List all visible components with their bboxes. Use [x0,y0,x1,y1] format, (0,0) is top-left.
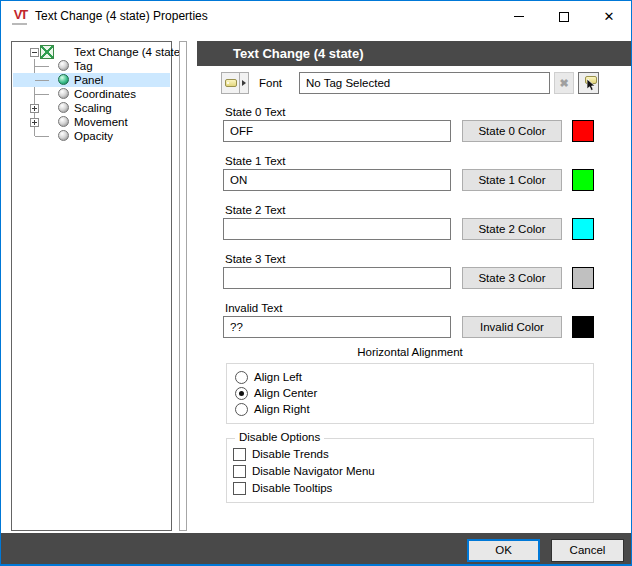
state-3-color-button[interactable]: State 3 Color [462,267,562,289]
tree-item-label: Scaling [74,101,112,115]
tree-item-label: Tag [74,59,93,73]
coordinates-node-icon [58,88,69,99]
tree-item-label: Coordinates [74,87,136,101]
expand-toggle-icon[interactable] [30,118,39,127]
panel-header: Text Change (4 state) [197,41,631,66]
disable-options-title: Disable Options [235,431,324,443]
disable-trends-option[interactable]: Disable Trends [233,447,329,462]
clear-tag-button[interactable]: ✖ [554,72,574,94]
align-center-option[interactable]: Align Center [235,386,317,401]
text-change-node-icon [40,45,54,59]
horizontal-alignment-title: Horizontal Alignment [226,346,594,358]
property-tree: Text Change (4 state) Tag Panel Coordina… [11,41,172,531]
movement-node-icon [58,116,69,127]
tree-item-label: Movement [74,115,128,129]
state-3-color-swatch [572,267,594,289]
state-1-color-button[interactable]: State 1 Color [462,169,562,191]
expand-toggle-icon[interactable] [30,104,39,113]
tree-item-coordinates[interactable]: Coordinates [13,87,170,101]
align-left-label[interactable]: Align Left [254,370,302,385]
tree-stub-line [35,80,49,81]
checkbox-icon[interactable] [233,482,246,495]
checkbox-icon[interactable] [233,465,246,478]
state-0-color-swatch [572,120,594,142]
disable-navigator-menu-label[interactable]: Disable Navigator Menu [252,464,375,479]
disable-tooltips-label[interactable]: Disable Tooltips [252,481,332,496]
collapse-toggle-icon[interactable] [30,48,39,57]
title-bar[interactable]: VT Text Change (4 state) Properties ✕ [1,1,631,32]
tree-stub-line [35,136,49,137]
invalid-text-label: Invalid Text [225,301,282,315]
splitter-handle[interactable] [179,41,187,531]
maximize-button[interactable] [541,1,586,32]
tree-item-label: Panel [74,73,103,87]
tag-picker-button[interactable] [578,72,599,94]
tree-root-text-change[interactable]: Text Change (4 state) [13,45,170,59]
state-1-text-input[interactable] [223,169,451,191]
close-button[interactable]: ✕ [586,1,632,32]
font-tag-input[interactable] [299,72,550,94]
state-1-text-label: State 1 Text [225,154,286,168]
align-right-option[interactable]: Align Right [235,402,310,417]
font-tag-split-button[interactable] [221,72,249,94]
align-left-option[interactable]: Align Left [235,370,302,385]
scaling-node-icon [58,102,69,113]
align-right-label[interactable]: Align Right [254,402,310,417]
state-2-color-swatch [572,218,594,240]
tree-root-label: Text Change (4 state) [74,45,184,59]
window-title: Text Change (4 state) Properties [35,1,208,32]
align-center-label[interactable]: Align Center [254,386,317,401]
tree-item-tag[interactable]: Tag [13,59,170,73]
state-1-color-swatch [572,169,594,191]
alignment-group: Align Left Align Center Align Right [226,363,594,424]
state-3-text-label: State 3 Text [225,252,286,266]
ok-button[interactable]: OK [467,539,540,562]
invalid-text-input[interactable] [223,316,451,338]
tree-item-opacity[interactable]: Opacity [13,129,170,143]
tree-item-panel[interactable]: Panel [13,73,170,87]
state-2-text-input[interactable] [223,218,451,240]
panel-node-icon [58,74,69,85]
state-2-color-button[interactable]: State 2 Color [462,218,562,240]
maximize-icon [559,12,569,22]
tree-item-movement[interactable]: Movement [13,115,170,129]
tree-stub-line [35,66,49,67]
cancel-button[interactable]: Cancel [551,539,624,562]
invalid-color-swatch [572,316,594,338]
state-0-text-input[interactable] [223,120,451,142]
disable-options-group: Disable Options Disable Trends Disable N… [226,438,594,503]
checkbox-icon[interactable] [233,448,246,461]
state-0-text-label: State 0 Text [225,105,286,119]
font-label: Font [259,76,282,90]
disable-navigator-menu-option[interactable]: Disable Navigator Menu [233,464,375,479]
radio-icon[interactable] [235,387,248,400]
disable-trends-label[interactable]: Disable Trends [252,447,329,462]
invalid-color-button[interactable]: Invalid Color [462,316,562,338]
footer-bar: OK Cancel [1,533,631,564]
tag-node-icon [58,60,69,71]
clear-icon: ✖ [559,77,568,89]
tag-icon [222,73,240,93]
opacity-node-icon [58,130,69,141]
state-3-text-input[interactable] [223,267,451,289]
radio-icon[interactable] [235,371,248,384]
cursor-arrow-icon [587,79,596,91]
tree-stub-line [35,94,49,95]
tree-item-scaling[interactable]: Scaling [13,101,170,115]
properties-window: VT Text Change (4 state) Properties ✕ Te… [0,0,632,566]
close-icon: ✕ [604,10,615,23]
minimize-button[interactable] [496,1,541,32]
radio-icon[interactable] [235,403,248,416]
state-0-color-button[interactable]: State 0 Color [462,120,562,142]
dropdown-arrow-icon[interactable] [240,73,248,93]
state-2-text-label: State 2 Text [225,203,286,217]
app-logo-icon: VT [10,8,30,25]
disable-tooltips-option[interactable]: Disable Tooltips [233,481,332,496]
tree-item-label: Opacity [74,129,113,143]
minimize-icon [514,16,524,17]
